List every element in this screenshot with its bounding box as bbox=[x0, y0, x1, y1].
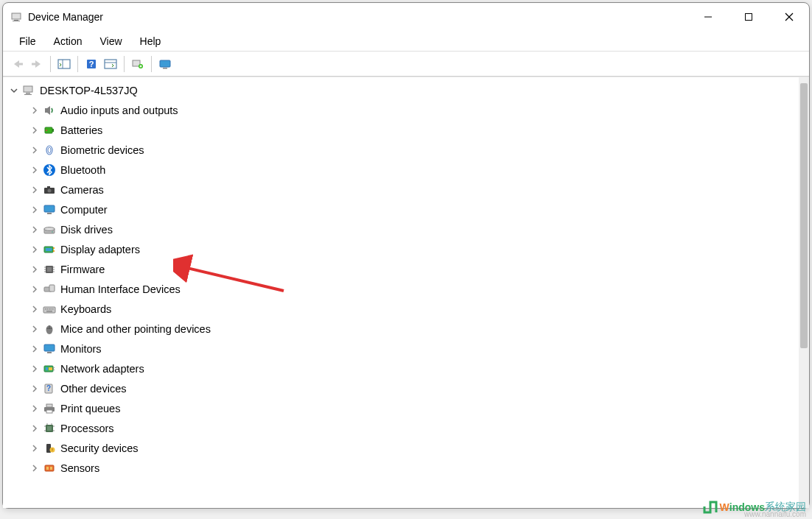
svg-rect-51 bbox=[49, 285, 55, 292]
tree-node-firmware[interactable]: Firmware bbox=[9, 259, 799, 279]
svg-rect-80 bbox=[46, 444, 51, 453]
svg-rect-33 bbox=[44, 205, 55, 212]
device-tree[interactable]: DESKTOP-4L537JQ Audio inputs and outputs… bbox=[3, 77, 799, 508]
tree-node-label: Firmware bbox=[60, 264, 105, 275]
svg-rect-0 bbox=[12, 13, 21, 19]
svg-rect-58 bbox=[46, 311, 52, 312]
forward-button[interactable] bbox=[28, 55, 46, 73]
show-hide-tree-button[interactable] bbox=[55, 55, 73, 73]
menu-file[interactable]: File bbox=[12, 33, 43, 49]
svg-rect-43 bbox=[47, 267, 52, 272]
back-button[interactable] bbox=[9, 55, 27, 73]
titlebar[interactable]: Device Manager bbox=[3, 3, 809, 31]
svg-rect-73 bbox=[47, 426, 52, 431]
battery-icon bbox=[43, 124, 56, 137]
svg-rect-2 bbox=[13, 21, 20, 21]
svg-rect-25 bbox=[52, 129, 54, 132]
tree-node-label: Cameras bbox=[60, 184, 104, 196]
tree-node-bluetooth[interactable]: Bluetooth bbox=[9, 160, 799, 180]
expander-closed-icon[interactable] bbox=[29, 364, 40, 374]
svg-rect-66 bbox=[49, 367, 52, 370]
svg-rect-63 bbox=[47, 352, 52, 353]
expander-closed-icon[interactable] bbox=[29, 284, 40, 294]
tree-node-audio[interactable]: Audio inputs and outputs bbox=[9, 100, 799, 120]
svg-rect-8 bbox=[32, 63, 37, 65]
tree-node-network[interactable]: Network adapters bbox=[9, 359, 799, 378]
expander-closed-icon[interactable] bbox=[29, 205, 40, 215]
tree-node-biometric[interactable]: Biometric devices bbox=[9, 140, 799, 160]
menubar: File Action View Help bbox=[3, 31, 809, 52]
expander-closed-icon[interactable] bbox=[29, 125, 40, 135]
monitor-button[interactable] bbox=[156, 55, 174, 73]
expander-closed-icon[interactable] bbox=[29, 344, 40, 354]
svg-rect-56 bbox=[51, 308, 52, 310]
expander-closed-icon[interactable] bbox=[29, 264, 40, 275]
tree-node-cameras[interactable]: Cameras bbox=[9, 180, 799, 200]
mouse-icon bbox=[43, 322, 56, 336]
device-manager-window: Device Manager File Action View Help bbox=[2, 2, 810, 509]
scrollbar-thumb[interactable] bbox=[800, 83, 808, 348]
expander-closed-icon[interactable] bbox=[29, 244, 40, 255]
tree-node-other-devices[interactable]: ? Other devices bbox=[9, 378, 799, 398]
monitor-icon bbox=[43, 203, 56, 216]
expander-closed-icon[interactable] bbox=[29, 443, 40, 453]
maximize-button[interactable] bbox=[728, 3, 769, 31]
close-button[interactable] bbox=[769, 3, 809, 31]
svg-rect-41 bbox=[53, 250, 55, 252]
keyboard-icon bbox=[43, 303, 56, 316]
tree-node-processors[interactable]: Processors bbox=[9, 418, 799, 438]
display-adapter-icon bbox=[43, 243, 56, 256]
expander-open-icon[interactable] bbox=[9, 85, 19, 96]
computer-icon bbox=[22, 84, 35, 97]
help-button[interactable]: ? bbox=[83, 55, 100, 73]
svg-point-31 bbox=[48, 188, 52, 192]
tree-root-computer[interactable]: DESKTOP-4L537JQ bbox=[9, 80, 799, 100]
svg-rect-54 bbox=[47, 308, 49, 310]
tree-node-security-devices[interactable]: Security devices bbox=[9, 438, 799, 458]
expander-closed-icon[interactable] bbox=[29, 463, 40, 473]
svg-rect-32 bbox=[47, 186, 50, 188]
expander-closed-icon[interactable] bbox=[29, 384, 40, 394]
minimize-button[interactable] bbox=[687, 3, 728, 31]
expander-closed-icon[interactable] bbox=[29, 185, 40, 195]
security-icon bbox=[43, 442, 56, 455]
expander-closed-icon[interactable] bbox=[29, 225, 40, 235]
chip-icon bbox=[43, 263, 56, 276]
menu-action[interactable]: Action bbox=[46, 33, 90, 49]
toolbar-separator bbox=[124, 56, 125, 72]
expander-closed-icon[interactable] bbox=[29, 165, 40, 175]
expander-closed-icon[interactable] bbox=[29, 105, 40, 116]
expander-closed-icon[interactable] bbox=[29, 304, 40, 314]
svg-rect-1 bbox=[14, 20, 18, 21]
tree-node-computer[interactable]: Computer bbox=[9, 200, 799, 219]
expander-closed-icon[interactable] bbox=[29, 324, 40, 334]
tree-node-disk-drives[interactable]: Disk drives bbox=[9, 219, 799, 239]
tree-node-label: Network adapters bbox=[60, 363, 144, 375]
svg-rect-62 bbox=[44, 345, 55, 351]
svg-rect-4 bbox=[745, 14, 752, 21]
tree-node-hid[interactable]: Human Interface Devices bbox=[9, 279, 799, 299]
scan-hardware-button[interactable] bbox=[129, 55, 147, 73]
cpu-icon bbox=[43, 422, 56, 435]
expander-closed-icon[interactable] bbox=[29, 423, 40, 434]
tree-node-label: Processors bbox=[60, 423, 114, 434]
tree-node-keyboards[interactable]: Keyboards bbox=[9, 299, 799, 319]
svg-rect-84 bbox=[45, 465, 54, 471]
properties-button[interactable] bbox=[102, 55, 119, 73]
tree-node-monitors[interactable]: Monitors bbox=[9, 339, 799, 359]
tree-node-print-queues[interactable]: Print queues bbox=[9, 398, 799, 418]
svg-rect-65 bbox=[46, 367, 48, 370]
svg-rect-7 bbox=[18, 63, 23, 65]
tree-node-mice[interactable]: Mice and other pointing devices bbox=[9, 319, 799, 339]
menu-help[interactable]: Help bbox=[133, 33, 169, 49]
svg-rect-83 bbox=[52, 449, 53, 451]
network-icon bbox=[43, 362, 56, 375]
tree-node-sensors[interactable]: Sensors bbox=[9, 458, 799, 478]
tree-node-batteries[interactable]: Batteries bbox=[9, 120, 799, 140]
tree-node-display-adapters[interactable]: Display adapters bbox=[9, 239, 799, 259]
expander-closed-icon[interactable] bbox=[29, 145, 40, 155]
vertical-scrollbar[interactable] bbox=[799, 77, 809, 508]
expander-closed-icon[interactable] bbox=[29, 403, 40, 414]
svg-rect-23 bbox=[24, 94, 32, 95]
menu-view[interactable]: View bbox=[92, 33, 129, 49]
